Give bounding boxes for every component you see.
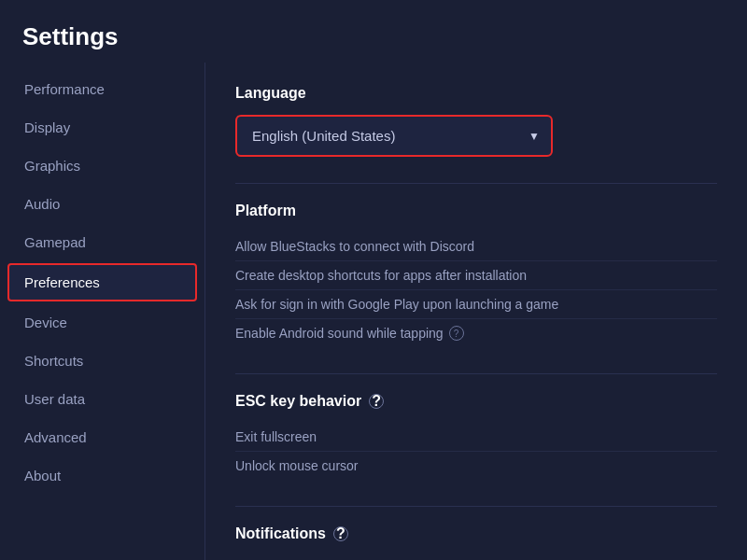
platform-item-discord: Allow BlueStacks to connect with Discord <box>235 232 717 261</box>
sidebar-item-device[interactable]: Device <box>0 303 204 342</box>
platform-item-android-sound: Enable Android sound while tapping ? <box>235 319 717 347</box>
sidebar-item-performance[interactable]: Performance <box>0 70 204 108</box>
sidebar-item-shortcuts[interactable]: Shortcuts <box>0 342 204 380</box>
sidebar-item-graphics[interactable]: Graphics <box>0 147 204 185</box>
sidebar-item-display[interactable]: Display <box>0 108 204 147</box>
esc-section-header: ESC key behavior ? <box>235 393 717 410</box>
esc-section: ESC key behavior ? Exit fullscreen Unloc… <box>235 393 717 480</box>
platform-item-android-sound-label: Enable Android sound while tapping <box>235 326 444 341</box>
esc-section-title-text: ESC key behavior <box>235 393 361 410</box>
sidebar-item-gamepad[interactable]: Gamepad <box>0 223 204 261</box>
notifications-help-icon[interactable]: ? <box>333 526 348 541</box>
page-title: Settings <box>22 22 725 51</box>
divider-3 <box>235 506 717 507</box>
language-select[interactable]: English (United States)English (UK)Spani… <box>235 115 553 157</box>
notifications-section-header: Notifications ? <box>235 525 717 542</box>
platform-item-discord-label: Allow BlueStacks to connect with Discord <box>235 239 474 254</box>
divider-2 <box>235 373 717 374</box>
notifications-item-desktop: Desktop notifications <box>235 555 717 560</box>
platform-item-shortcuts-label: Create desktop shortcuts for apps after … <box>235 268 527 283</box>
sidebar: Performance Display Graphics Audio Gamep… <box>0 63 205 560</box>
esc-item-exit-fullscreen: Exit fullscreen <box>235 423 717 452</box>
language-dropdown-wrapper: English (United States)English (UK)Spani… <box>235 115 553 157</box>
platform-section: Platform Allow BlueStacks to connect wit… <box>235 203 717 347</box>
notifications-section-title-text: Notifications <box>235 525 326 542</box>
language-section: Language English (United States)English … <box>235 85 717 157</box>
main-content: Performance Display Graphics Audio Gamep… <box>0 63 747 560</box>
title-bar: Settings <box>0 0 747 63</box>
sidebar-item-user-data[interactable]: User data <box>0 380 204 418</box>
esc-item-exit-fullscreen-label: Exit fullscreen <box>235 429 317 444</box>
sidebar-item-preferences[interactable]: Preferences <box>7 263 197 301</box>
android-sound-help-icon[interactable]: ? <box>449 326 464 341</box>
platform-item-google-play-label: Ask for sign in with Google Play upon la… <box>235 297 558 312</box>
platform-item-google-play: Ask for sign in with Google Play upon la… <box>235 290 717 319</box>
language-section-title: Language <box>235 85 717 102</box>
app-container: Settings Performance Display Graphics Au… <box>0 0 747 560</box>
esc-help-icon[interactable]: ? <box>369 394 384 409</box>
esc-item-unlock-cursor: Unlock mouse cursor <box>235 452 717 480</box>
sidebar-item-audio[interactable]: Audio <box>0 185 204 223</box>
divider-1 <box>235 183 717 184</box>
platform-section-title: Platform <box>235 203 717 219</box>
notifications-section: Notifications ? Desktop notifications Au… <box>235 525 717 560</box>
sidebar-item-advanced[interactable]: Advanced <box>0 418 204 456</box>
esc-item-unlock-cursor-label: Unlock mouse cursor <box>235 458 359 473</box>
platform-item-shortcuts: Create desktop shortcuts for apps after … <box>235 261 717 290</box>
sidebar-item-about[interactable]: About <box>0 456 204 495</box>
content-area: Language English (United States)English … <box>205 63 747 560</box>
